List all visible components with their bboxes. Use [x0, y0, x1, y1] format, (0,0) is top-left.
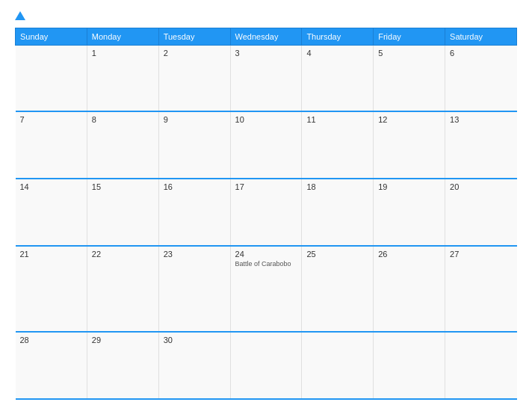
day-number: 5	[378, 49, 440, 58]
calendar-cell: 6	[445, 46, 517, 112]
logo-blue-text	[15, 11, 27, 20]
calendar-cell: 21	[16, 246, 87, 332]
calendar-cell: 28	[16, 332, 87, 399]
day-number: 6	[450, 49, 512, 58]
calendar-cell: 3	[230, 46, 302, 112]
day-number: 16	[164, 182, 226, 191]
calendar-cell: 24Battle of Carabobo	[230, 246, 302, 332]
calendar-cell: 1	[87, 46, 158, 112]
calendar-cell	[230, 332, 302, 399]
day-number: 15	[92, 182, 154, 191]
weekday-header-thursday: Thursday	[302, 28, 374, 46]
calendar-cell: 27	[445, 246, 517, 332]
day-number: 8	[92, 115, 154, 124]
day-number: 14	[20, 182, 82, 191]
calendar-week-row: 78910111213	[16, 111, 517, 179]
calendar-cell: 15	[87, 179, 158, 246]
calendar-week-row: 14151617181920	[16, 179, 517, 246]
calendar-cell: 30	[158, 332, 230, 399]
calendar-cell: 11	[302, 111, 374, 179]
calendar-cell: 9	[158, 111, 230, 179]
calendar-header	[15, 11, 517, 20]
weekday-header-monday: Monday	[87, 28, 158, 46]
logo	[15, 11, 27, 20]
calendar-cell: 10	[230, 111, 302, 179]
day-number: 24	[235, 250, 297, 259]
calendar-cell: 26	[374, 246, 445, 332]
calendar-cell: 7	[16, 111, 87, 179]
weekday-header-sunday: Sunday	[16, 28, 87, 46]
day-number: 7	[20, 115, 82, 124]
day-number: 1	[92, 49, 154, 58]
calendar-week-row: 282930	[16, 332, 517, 399]
calendar-cell: 25	[302, 246, 374, 332]
day-number: 19	[378, 182, 440, 191]
day-number: 3	[235, 49, 297, 58]
day-number: 22	[92, 250, 154, 259]
calendar-cell: 5	[374, 46, 445, 112]
calendar-cell: 2	[158, 46, 230, 112]
day-number: 26	[378, 250, 440, 259]
calendar-cell: 19	[374, 179, 445, 246]
weekday-header-wednesday: Wednesday	[230, 28, 302, 46]
day-number: 10	[235, 115, 297, 124]
calendar-cell: 13	[445, 111, 517, 179]
day-number: 13	[450, 115, 512, 124]
calendar-week-row: 123456	[16, 46, 517, 112]
day-number: 18	[306, 182, 368, 191]
day-number: 17	[235, 182, 297, 191]
calendar-week-row: 21222324Battle of Carabobo252627	[16, 246, 517, 332]
day-number: 25	[306, 250, 368, 259]
weekday-header-tuesday: Tuesday	[158, 28, 230, 46]
weekday-header-saturday: Saturday	[445, 28, 517, 46]
day-number: 12	[378, 115, 440, 124]
day-number: 2	[164, 49, 226, 58]
calendar-cell: 12	[374, 111, 445, 179]
day-number: 9	[164, 115, 226, 124]
calendar-cell: 18	[302, 179, 374, 246]
holiday-label: Battle of Carabobo	[235, 260, 297, 268]
day-number: 28	[20, 336, 82, 344]
day-number: 20	[450, 182, 512, 191]
day-number: 23	[164, 250, 226, 259]
calendar-cell	[302, 332, 374, 399]
weekday-header-row: SundayMondayTuesdayWednesdayThursdayFrid…	[16, 28, 517, 46]
calendar-cell: 16	[158, 179, 230, 246]
weekday-header-friday: Friday	[374, 28, 445, 46]
calendar-cell: 8	[87, 111, 158, 179]
day-number: 21	[20, 250, 82, 259]
calendar-cell: 29	[87, 332, 158, 399]
calendar-cell: 14	[16, 179, 87, 246]
calendar-cell: 22	[87, 246, 158, 332]
calendar-cell	[374, 332, 445, 399]
calendar-cell: 23	[158, 246, 230, 332]
day-number: 11	[306, 115, 368, 124]
calendar-cell	[445, 332, 517, 399]
calendar-cell: 17	[230, 179, 302, 246]
day-number: 4	[306, 49, 368, 58]
calendar-cell: 4	[302, 46, 374, 112]
logo-triangle-icon	[15, 11, 25, 20]
day-number: 30	[164, 336, 226, 344]
day-number: 27	[450, 250, 512, 259]
calendar-cell: 20	[445, 179, 517, 246]
calendar-cell	[16, 46, 87, 112]
calendar-table: SundayMondayTuesdayWednesdayThursdayFrid…	[15, 28, 517, 400]
day-number: 29	[92, 336, 154, 344]
